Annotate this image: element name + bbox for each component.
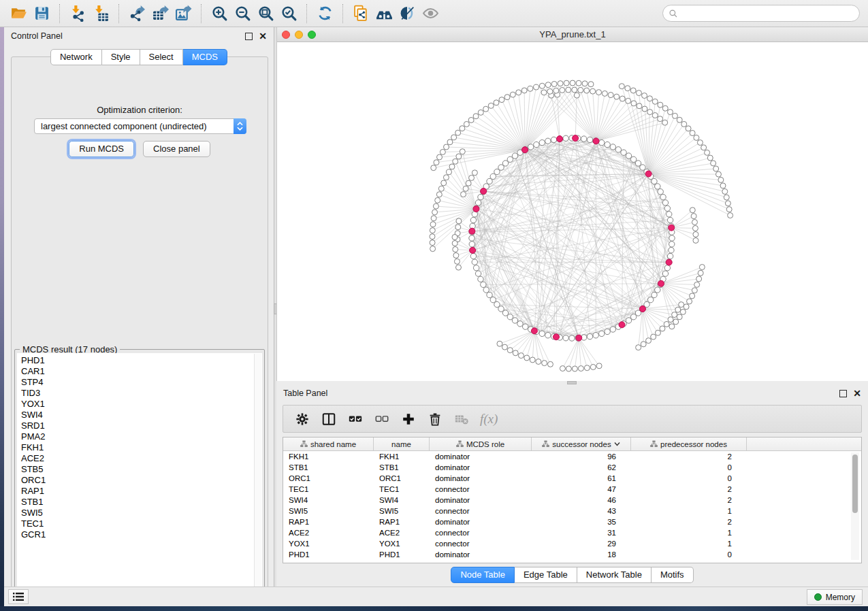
tab-edge-table[interactable]: Edge Table: [515, 567, 577, 583]
dominator-node[interactable]: [531, 328, 537, 334]
close-panel-icon[interactable]: ✕: [853, 390, 861, 397]
dominator-node[interactable]: [573, 135, 579, 142]
mcds-result-item[interactable]: PHD1: [21, 355, 262, 366]
function-builder-icon[interactable]: f(x): [477, 412, 500, 427]
mcds-result-item[interactable]: RAP1: [21, 486, 262, 497]
refresh-layout-icon[interactable]: [313, 3, 336, 24]
tab-node-table[interactable]: Node Table: [451, 567, 515, 583]
dominator-node[interactable]: [576, 335, 582, 341]
memory-button[interactable]: Memory: [807, 589, 863, 605]
export-image-icon[interactable]: [172, 3, 195, 24]
tab-network-table[interactable]: Network Table: [577, 567, 652, 583]
dominator-node[interactable]: [639, 306, 645, 312]
table-row[interactable]: SWI5SWI5connector431: [283, 506, 861, 516]
tab-style[interactable]: Style: [102, 49, 140, 65]
network-window-titlebar[interactable]: YPA_prune.txt_1: [277, 27, 868, 42]
dominator-node[interactable]: [553, 334, 560, 340]
close-panel-button[interactable]: Close panel: [143, 141, 210, 157]
table-row[interactable]: FKH1FKH1dominator962: [283, 451, 861, 462]
dominator-node[interactable]: [593, 138, 599, 144]
column-header-name[interactable]: name: [374, 437, 430, 450]
add-column-icon[interactable]: [398, 408, 419, 430]
dominator-node[interactable]: [481, 188, 487, 194]
table-cell: 47: [532, 485, 631, 493]
table-row[interactable]: PHD1PHD1dominator180: [283, 549, 861, 560]
first-neighbors-icon[interactable]: [372, 3, 396, 24]
task-history-button[interactable]: [8, 589, 29, 604]
float-panel-icon[interactable]: [245, 33, 253, 40]
mcds-result-list[interactable]: PHD1CAR1STP4TID3YOX1SWI4SRD1PMA2FKH1ACE2…: [17, 353, 262, 592]
dominator-node[interactable]: [666, 259, 672, 265]
select-all-icon[interactable]: [344, 408, 366, 430]
column-layout-icon[interactable]: [318, 408, 340, 430]
run-mcds-button[interactable]: Run MCDS: [69, 141, 134, 157]
mcds-result-item[interactable]: CAR1: [21, 366, 262, 377]
mcds-result-item[interactable]: SWI4: [21, 410, 262, 420]
table-row[interactable]: ORC1ORC1dominator610: [283, 473, 861, 484]
mcds-result-item[interactable]: TID3: [21, 388, 262, 399]
tab-network[interactable]: Network: [50, 49, 102, 65]
dominator-node[interactable]: [645, 171, 652, 177]
dominator-node[interactable]: [658, 280, 664, 286]
search-box[interactable]: [662, 5, 860, 22]
column-header-successor-nodes[interactable]: successor nodes: [532, 437, 631, 450]
hide-selected-icon[interactable]: [396, 3, 419, 24]
mcds-result-item[interactable]: YOX1: [21, 399, 262, 410]
mcds-result-item[interactable]: STB1: [21, 497, 262, 508]
delete-table-icon[interactable]: [451, 408, 472, 430]
mcds-result-item[interactable]: ORC1: [21, 475, 262, 486]
import-table-icon[interactable]: [89, 3, 112, 24]
control-panel-title: Control Panel: [11, 31, 63, 41]
zoom-in-icon[interactable]: [208, 3, 231, 24]
show-graphics-details-icon[interactable]: [419, 3, 442, 24]
mcds-result-item[interactable]: TEC1: [21, 518, 262, 529]
tab-select[interactable]: Select: [140, 49, 183, 65]
open-file-icon[interactable]: [7, 3, 30, 24]
dominator-node[interactable]: [557, 136, 563, 142]
tab-mcds[interactable]: MCDS: [183, 49, 227, 65]
table-scrollbar[interactable]: [851, 452, 859, 560]
dominator-node[interactable]: [619, 322, 625, 328]
dominator-node[interactable]: [469, 228, 475, 234]
import-network-icon[interactable]: [66, 3, 89, 24]
table-row[interactable]: RAP1RAP1dominator352: [283, 516, 861, 527]
mcds-result-item[interactable]: FKH1: [21, 442, 262, 453]
scrollbar-thumb[interactable]: [852, 455, 858, 513]
zoom-selected-icon[interactable]: [277, 3, 300, 24]
mcds-result-item[interactable]: SWI5: [21, 508, 262, 518]
clone-network-icon[interactable]: [349, 3, 372, 24]
tab-motifs[interactable]: Motifs: [652, 567, 694, 583]
mcds-result-item[interactable]: SRD1: [21, 420, 262, 431]
table-row[interactable]: ACE2ACE2connector311: [283, 527, 861, 538]
table-row[interactable]: SWI4SWI4dominator462: [283, 495, 861, 506]
dominator-node[interactable]: [669, 225, 675, 231]
network-canvas[interactable]: [277, 42, 868, 381]
deselect-all-icon[interactable]: [371, 408, 393, 430]
optimization-criterion-select[interactable]: largest connected component (undirected): [34, 118, 246, 134]
dominator-node[interactable]: [473, 206, 479, 212]
search-input[interactable]: [681, 9, 854, 18]
mcds-result-item[interactable]: STB5: [21, 464, 262, 475]
export-network-icon[interactable]: [125, 3, 148, 24]
table-row[interactable]: YOX1YOX1connector291: [283, 538, 861, 549]
column-header-predecessor-nodes[interactable]: predecessor nodes: [631, 437, 747, 450]
zoom-fit-icon[interactable]: [254, 3, 277, 24]
mcds-result-item[interactable]: GCR1: [21, 529, 262, 540]
delete-column-icon[interactable]: [424, 408, 446, 430]
save-session-icon[interactable]: [30, 3, 53, 24]
column-header-MCDS-role[interactable]: MCDS role: [430, 437, 532, 450]
dominator-node[interactable]: [521, 147, 528, 153]
dominator-node[interactable]: [470, 247, 476, 253]
mcds-result-item[interactable]: PMA2: [21, 431, 262, 442]
mcds-result-item[interactable]: ACE2: [21, 453, 262, 464]
float-panel-icon[interactable]: [839, 390, 847, 397]
column-header-shared-name[interactable]: shared name: [283, 437, 374, 450]
close-panel-icon[interactable]: ✕: [259, 33, 267, 40]
export-table-icon[interactable]: [148, 3, 172, 24]
zoom-out-icon[interactable]: [231, 3, 254, 24]
mcds-result-item[interactable]: STP4: [21, 377, 262, 388]
table-row[interactable]: TEC1TEC1connector472: [283, 484, 861, 495]
mcds-list-scrollbar[interactable]: [254, 354, 261, 591]
table-row[interactable]: STB1STB1dominator620: [283, 462, 861, 473]
table-settings-icon[interactable]: [291, 408, 313, 430]
